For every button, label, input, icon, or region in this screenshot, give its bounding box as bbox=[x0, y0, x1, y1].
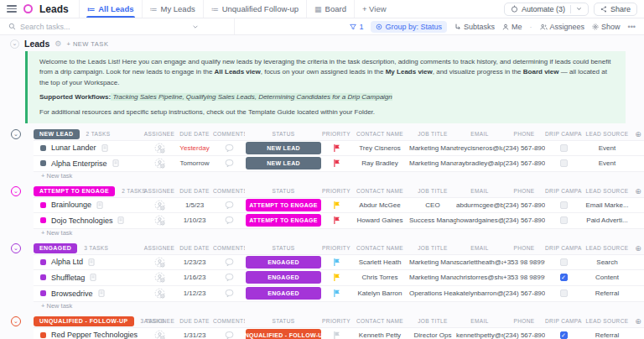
due-date-cell[interactable]: 1/12/23 bbox=[176, 289, 213, 297]
phone-cell[interactable]: +353 98 98999 bbox=[503, 274, 545, 281]
column-header-drip-campaign[interactable]: DRIP CAMPAIGN bbox=[545, 318, 582, 324]
add-column-icon[interactable]: ⊕ bbox=[632, 187, 644, 196]
assignee-cell[interactable] bbox=[143, 288, 176, 299]
status-pill[interactable]: NEW LEAD bbox=[246, 157, 321, 170]
task-name[interactable]: Lunar Lander bbox=[51, 143, 96, 152]
comments-cell[interactable] bbox=[213, 258, 245, 267]
job-title-cell[interactable]: Director Ops bbox=[409, 331, 456, 339]
priority-flag-icon[interactable] bbox=[322, 273, 351, 282]
tab-all-leads[interactable]: ≔ All Leads bbox=[79, 0, 142, 18]
column-header-email[interactable]: EMAIL bbox=[456, 188, 503, 194]
status-pill[interactable]: ENGAGED bbox=[246, 271, 321, 284]
task-name-cell[interactable]: Dojo Technologies bbox=[34, 216, 143, 225]
group-status-badge[interactable]: NEW LEAD bbox=[34, 129, 80, 139]
phone-cell[interactable]: (234) 567-8901 bbox=[503, 331, 545, 339]
task-status-square[interactable] bbox=[40, 217, 46, 223]
lead-source-cell[interactable]: Referral bbox=[582, 289, 632, 297]
priority-flag-icon[interactable] bbox=[322, 289, 351, 298]
task-name[interactable]: Brainlounge bbox=[51, 201, 91, 209]
column-header-priority[interactable]: PRIORITY bbox=[322, 188, 351, 194]
contact-name-cell[interactable]: Abdur McGee bbox=[351, 201, 409, 209]
priority-flag-icon[interactable] bbox=[322, 143, 351, 153]
contact-name-cell[interactable]: Trey Cisneros bbox=[351, 144, 409, 152]
column-header-assignee[interactable]: ASSIGNEE bbox=[143, 188, 176, 194]
column-header-comments[interactable]: COMMENTS bbox=[213, 245, 245, 251]
job-title-cell[interactable]: Marketing Manager bbox=[409, 274, 456, 281]
task-name-cell[interactable]: Alpha Enterprise bbox=[34, 159, 143, 168]
share-button[interactable]: Share bbox=[594, 3, 637, 16]
column-header-comments[interactable]: COMMENTS bbox=[213, 318, 245, 324]
subtasks-button[interactable]: Subtasks bbox=[454, 23, 495, 31]
email-cell[interactable]: raybradley@alphaent bbox=[456, 159, 503, 167]
column-header-lead-source[interactable]: LEAD SOURCE bbox=[582, 131, 632, 137]
me-button[interactable]: Me bbox=[502, 23, 522, 31]
due-date-cell[interactable]: 1/10/23 bbox=[176, 216, 213, 224]
menu-icon[interactable] bbox=[7, 5, 17, 13]
contact-name-cell[interactable]: Howard Gaines bbox=[351, 216, 409, 224]
priority-flag-icon[interactable] bbox=[322, 159, 351, 168]
column-header-phone[interactable]: PHONE bbox=[503, 245, 545, 251]
email-cell[interactable]: treycisneros@lunarla bbox=[456, 144, 503, 152]
group-status-badge[interactable]: ENGAGED bbox=[34, 243, 77, 253]
gear-icon[interactable]: ⚙ bbox=[55, 39, 61, 48]
job-title-cell[interactable]: Success Manager bbox=[409, 216, 456, 224]
email-cell[interactable]: abdurmcgee@brainlo bbox=[456, 201, 503, 209]
search-box[interactable] bbox=[8, 18, 235, 34]
column-header-assignee[interactable]: ASSIGNEE bbox=[143, 131, 176, 137]
add-column-icon[interactable]: ⊕ bbox=[632, 130, 644, 138]
column-header-phone[interactable]: PHONE bbox=[503, 188, 545, 194]
column-header-email[interactable]: EMAIL bbox=[456, 245, 503, 251]
column-header-status[interactable]: STATUS bbox=[245, 188, 322, 194]
column-header-email[interactable]: EMAIL bbox=[456, 131, 503, 137]
phone-cell[interactable]: +353 98 98999 bbox=[503, 258, 545, 266]
status-pill[interactable]: UNQUALIFIED - FOLLOW-UP bbox=[246, 329, 321, 339]
task-name-cell[interactable]: Red Pepper Technologies bbox=[34, 331, 143, 339]
phone-cell[interactable]: (234) 567-8901 bbox=[503, 159, 545, 167]
job-title-cell[interactable]: Marketing Manager bbox=[409, 144, 456, 152]
comments-cell[interactable] bbox=[213, 143, 245, 153]
task-name[interactable]: Red Pepper Technologies bbox=[51, 331, 138, 339]
collapse-group-icon[interactable]: ⌄ bbox=[11, 129, 21, 139]
column-header-priority[interactable]: PRIORITY bbox=[322, 318, 351, 324]
email-cell[interactable]: scarlettheath@alphal bbox=[456, 258, 503, 266]
drip-campaign-checkbox[interactable] bbox=[560, 289, 568, 297]
new-task-button[interactable]: + NEW TASK bbox=[66, 40, 108, 48]
assignees-button[interactable]: Assignees bbox=[540, 23, 585, 31]
priority-flag-icon[interactable] bbox=[322, 201, 351, 210]
assignee-cell[interactable] bbox=[143, 215, 176, 226]
column-header-job-title[interactable]: JOB TITLE bbox=[409, 245, 456, 251]
show-button[interactable]: Show bbox=[592, 23, 621, 31]
email-cell[interactable]: christorres@shufflet bbox=[456, 274, 503, 281]
comments-cell[interactable] bbox=[213, 201, 245, 210]
status-pill[interactable]: NEW LEAD bbox=[246, 142, 321, 154]
drip-campaign-checkbox[interactable] bbox=[560, 274, 568, 281]
task-name-cell[interactable]: Brainlounge bbox=[34, 201, 143, 209]
drip-campaign-checkbox[interactable] bbox=[560, 258, 568, 266]
add-column-icon[interactable]: ⊕ bbox=[632, 244, 644, 253]
comments-cell[interactable] bbox=[213, 273, 245, 282]
assignee-cell[interactable] bbox=[143, 257, 176, 268]
priority-flag-icon[interactable] bbox=[322, 258, 351, 267]
email-cell[interactable]: howardgaines@dojot bbox=[456, 216, 503, 224]
column-header-job-title[interactable]: JOB TITLE bbox=[409, 188, 456, 194]
assignee-cell[interactable] bbox=[143, 272, 176, 283]
due-date-cell[interactable]: 1/16/23 bbox=[176, 274, 213, 281]
column-header-lead-source[interactable]: LEAD SOURCE bbox=[582, 245, 632, 251]
tab-board[interactable]: ▦ Board bbox=[306, 0, 354, 18]
drip-campaign-checkbox[interactable] bbox=[560, 216, 568, 224]
task-name[interactable]: Browsedrive bbox=[51, 289, 93, 298]
due-date-cell[interactable]: 1/31/23 bbox=[176, 331, 213, 339]
comments-cell[interactable] bbox=[213, 216, 245, 225]
phone-cell[interactable]: (234) 567-8901 bbox=[503, 216, 545, 224]
phone-cell[interactable]: (234) 567-8901 bbox=[503, 201, 545, 209]
column-header-due-date[interactable]: DUE DATE bbox=[176, 131, 213, 137]
lead-source-cell[interactable]: Referral bbox=[582, 331, 632, 339]
column-header-contact-name[interactable]: CONTACT NAME bbox=[351, 188, 409, 194]
column-header-phone[interactable]: PHONE bbox=[503, 131, 545, 137]
job-title-cell[interactable]: CEO bbox=[409, 201, 456, 209]
column-header-assignee[interactable]: ASSIGNEE bbox=[143, 245, 176, 251]
status-pill[interactable]: ENGAGED bbox=[246, 256, 321, 269]
contact-name-cell[interactable]: Ray Bradley bbox=[351, 159, 409, 167]
tab-my-leads[interactable]: ≔ My Leads bbox=[142, 0, 203, 18]
column-header-lead-source[interactable]: LEAD SOURCE bbox=[582, 318, 632, 324]
